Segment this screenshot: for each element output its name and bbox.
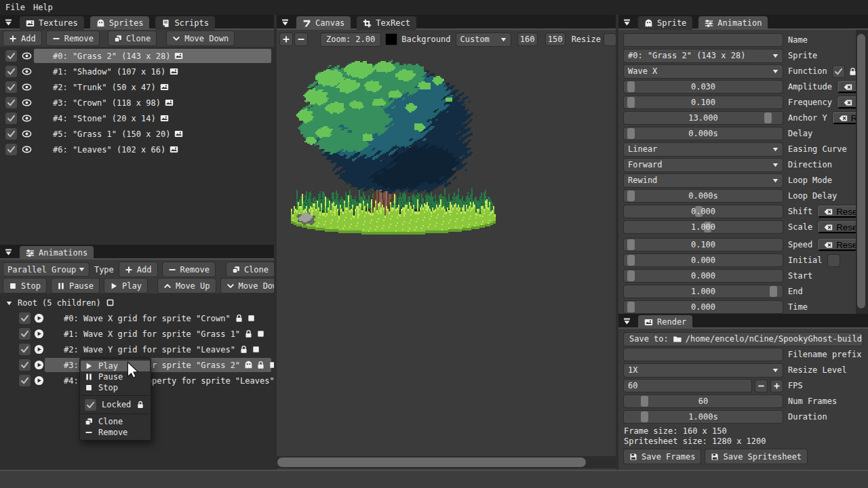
sprite-visible-checkbox[interactable] (5, 50, 17, 62)
panel-separator[interactable] (616, 15, 618, 470)
scale-slider[interactable]: 1.000 (624, 221, 783, 233)
tab-sprites[interactable]: Sprites (90, 16, 150, 30)
eye-icon[interactable] (22, 114, 32, 123)
sprite-list-item[interactable]: #3: "Crown" (118 x 98) (0, 95, 274, 110)
save-spritesheet-button[interactable]: Save Spritesheet (705, 449, 807, 464)
locked-checkbox[interactable] (85, 399, 96, 411)
direction-combo[interactable]: Forward (624, 159, 783, 171)
animation-root-node[interactable]: Root (5 children) (0, 295, 274, 310)
collapse-arrow-icon[interactable] (621, 316, 632, 327)
fps-increase-button[interactable] (771, 380, 783, 392)
sprite-visible-checkbox[interactable] (5, 81, 17, 93)
function-combo[interactable]: Wave X (624, 65, 783, 78)
num-frames-slider[interactable]: 60 (624, 395, 783, 407)
play-circle-icon[interactable] (34, 360, 44, 370)
animation-enabled-checkbox[interactable] (19, 344, 31, 355)
zoom-in-button[interactable] (280, 33, 292, 45)
inspector-vscrollbar[interactable] (857, 34, 865, 308)
loop-mode-combo[interactable]: Rewind (624, 174, 783, 187)
loop-delay-slider[interactable]: 0.000s (624, 190, 783, 202)
context-menu-clone[interactable]: Clone (80, 416, 151, 427)
context-menu-remove[interactable]: Remove (80, 427, 151, 438)
canvas-hscrollbar[interactable] (277, 458, 586, 467)
collapse-arrow-icon[interactable] (3, 17, 14, 28)
name-input[interactable] (624, 34, 783, 46)
end-slider[interactable]: 1.000 (624, 285, 783, 298)
animation-enabled-checkbox[interactable] (19, 328, 31, 340)
amplitude-slider[interactable]: 0.030 (624, 81, 783, 93)
stop-state-icon[interactable] (106, 298, 115, 307)
sprite-visible-checkbox[interactable] (5, 97, 17, 108)
sprite-list-item[interactable]: #4: "Stone" (20 x 14) (0, 110, 274, 126)
clone-animation-button[interactable]: Clone (226, 262, 274, 277)
animation-item[interactable]: #2: Wave Y grid for sprite "Leaves" (0, 342, 274, 357)
pause-button[interactable]: Pause (52, 279, 99, 293)
move-down-sprite-button[interactable]: Move Down (167, 31, 234, 45)
sprite-list-item[interactable]: #5: "Grass 1" (150 x 20) (0, 126, 274, 142)
delay-slider[interactable]: 0.000s (624, 127, 783, 140)
remove-sprite-button[interactable]: Remove (47, 31, 99, 45)
sprite-list-item[interactable]: #6: "Leaves" (102 x 66) (0, 142, 274, 157)
fps-input[interactable]: 60 (624, 380, 751, 392)
easing-curve-combo[interactable]: Linear (624, 143, 783, 156)
context-menu-locked[interactable]: Locked (80, 398, 151, 411)
resize-apply-button[interactable] (604, 34, 616, 45)
animation-item[interactable]: #1: Wave X grid for sprite "Grass 1" (0, 326, 274, 342)
menu-help[interactable]: Help (33, 3, 53, 12)
tab-texrect[interactable]: TexRect (357, 16, 416, 30)
eye-icon[interactable] (22, 67, 32, 76)
tab-animations[interactable]: Animations (20, 246, 94, 260)
tab-textures[interactable]: Textures (20, 16, 84, 30)
anchor-y-slider[interactable]: 13.000 (624, 112, 783, 124)
move-up-animation-button[interactable]: Move Up (158, 279, 216, 293)
eye-icon[interactable] (22, 83, 32, 92)
sprite-list-item[interactable]: #2: "Trunk" (50 x 47) (0, 79, 274, 95)
frequency-slider[interactable]: 0.100 (624, 96, 783, 108)
collapse-arrow-icon[interactable] (279, 17, 290, 28)
add-sprite-button[interactable]: Add (3, 31, 41, 45)
tab-scripts[interactable]: Scripts (155, 16, 215, 30)
play-circle-icon[interactable] (34, 375, 44, 386)
sprite-list-item[interactable]: #1: "Shadow" (107 x 16) (0, 64, 274, 79)
play-circle-icon[interactable] (34, 344, 44, 354)
tab-animation[interactable]: Animation (698, 16, 768, 30)
animation-enabled-checkbox[interactable] (19, 312, 31, 324)
remove-animation-button[interactable]: Remove (163, 262, 215, 277)
play-circle-icon[interactable] (34, 313, 44, 323)
context-menu-stop[interactable]: Stop (80, 382, 151, 393)
animation-item[interactable]: #0: Wave X grid for sprite "Crown" (0, 310, 274, 326)
save-frames-button[interactable]: Save Frames (624, 449, 701, 464)
zoom-out-button[interactable] (295, 33, 307, 45)
fps-decrease-button[interactable] (755, 380, 767, 392)
start-slider[interactable]: 0.000 (624, 270, 783, 282)
sprite-visible-checkbox[interactable] (5, 66, 17, 77)
sprite-visible-checkbox[interactable] (5, 144, 17, 155)
collapse-arrow-icon[interactable] (621, 17, 632, 28)
eye-icon[interactable] (22, 129, 32, 138)
animation-enabled-checkbox[interactable] (19, 359, 31, 371)
sprite-visible-checkbox[interactable] (5, 113, 17, 124)
duration-slider[interactable]: 1.000s (624, 411, 783, 423)
speed-slider[interactable]: 0.100 (624, 239, 783, 251)
sprite-combo[interactable]: #0: "Grass 2" (143 x 28) (624, 49, 783, 62)
panel-separator[interactable] (274, 15, 277, 470)
menu-file[interactable]: File (5, 3, 25, 12)
sprite-list-item[interactable]: #0: "Grass 2" (143 x 28) (0, 48, 274, 64)
animation-enabled-checkbox[interactable] (19, 375, 31, 386)
add-animation-button[interactable]: Add (119, 262, 157, 277)
background-color-swatch[interactable] (386, 34, 397, 45)
play-button[interactable]: Play (104, 279, 147, 293)
eye-icon[interactable] (22, 98, 32, 107)
tab-sprite[interactable]: Sprite (638, 16, 692, 30)
context-menu-pause[interactable]: Pause (80, 371, 151, 382)
function-enabled-checkbox[interactable] (833, 66, 844, 77)
tab-canvas[interactable]: Canvas (296, 16, 351, 30)
initial-checkbox[interactable] (828, 255, 840, 266)
move-down-animation-button[interactable]: Move Down (221, 279, 274, 293)
eye-icon[interactable] (22, 145, 32, 154)
filename-prefix-input[interactable] (624, 348, 783, 361)
time-slider[interactable]: 0.000 (624, 301, 783, 313)
initial-slider[interactable]: 0.000 (624, 254, 783, 266)
collapse-arrow-icon[interactable] (3, 247, 14, 258)
background-combo[interactable]: Custom (456, 33, 511, 46)
